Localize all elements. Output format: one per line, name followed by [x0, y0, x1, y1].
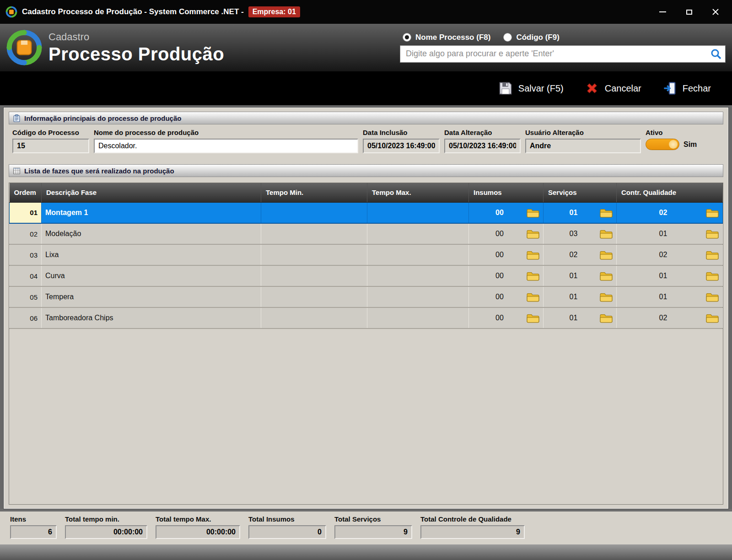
col-header-insumos[interactable]: Insumos: [469, 183, 544, 202]
company-badge: Empresa: 01: [248, 6, 300, 17]
minimize-button[interactable]: [651, 4, 673, 20]
col-header-descricao[interactable]: Descrição Fase: [42, 183, 261, 202]
cancel-button[interactable]: Cancelar: [585, 81, 641, 96]
data-inclusao-input: [363, 139, 440, 153]
cell-contr-qualidade: 02: [617, 244, 723, 265]
radio-nome-processo[interactable]: Nome Processo (F8): [403, 33, 490, 42]
phases-table: Ordem Descrição Fase Tempo Min. Tempo Ma…: [9, 183, 723, 329]
cell-tempo-min: [261, 244, 367, 265]
folder-icon: [600, 271, 613, 281]
cell-ordem: 04: [10, 265, 42, 286]
qualidade-folder-button[interactable]: [706, 292, 719, 302]
table-row[interactable]: 02 Modelação 00 03: [10, 223, 723, 244]
insumos-folder-button[interactable]: [527, 313, 539, 323]
field-nome-processo: Nome do processo de produção: [94, 129, 358, 153]
cell-descricao: Lixa: [42, 244, 261, 265]
folder-icon: [600, 313, 613, 323]
servicos-folder-button[interactable]: [600, 271, 613, 281]
qualidade-folder-button[interactable]: [706, 313, 719, 323]
insumos-folder-button[interactable]: [527, 250, 539, 260]
grid-list-icon: [13, 167, 21, 175]
ativo-toggle[interactable]: [646, 139, 679, 150]
cell-descricao: Curva: [42, 265, 261, 286]
cell-tempo-min: [261, 202, 367, 223]
clipboard-icon: [13, 114, 21, 122]
servicos-folder-button[interactable]: [600, 292, 613, 302]
phases-section-header: Lista de fazes que será realizado na pro…: [9, 164, 723, 177]
totals-footer: Itens 6 Total tempo min. 00:00:00 Total …: [0, 512, 732, 544]
data-alteracao-input: [444, 139, 521, 153]
maximize-icon: [686, 10, 692, 15]
insumos-folder-button[interactable]: [527, 208, 539, 218]
cell-tempo-max: [367, 307, 469, 328]
app-logo-icon: [5, 29, 43, 66]
cell-descricao: Modelação: [42, 223, 261, 244]
folder-icon: [527, 250, 539, 260]
table-row[interactable]: 03 Lixa 00 02: [10, 244, 723, 265]
save-button[interactable]: Salvar (F5): [498, 81, 564, 96]
qualidade-folder-button[interactable]: [706, 250, 719, 260]
minimize-icon: [659, 11, 666, 12]
field-ativo: Ativo Sim: [646, 129, 714, 153]
stat-tempo-max: Total tempo Max. 00:00:00: [156, 515, 240, 539]
cell-insumos: 00: [469, 286, 544, 307]
search-input[interactable]: [400, 45, 726, 63]
table-row[interactable]: 06 Tamboreadora Chips 00 01: [10, 307, 723, 328]
cell-ordem: 01: [10, 202, 42, 223]
servicos-folder-button[interactable]: [600, 250, 613, 260]
table-row[interactable]: 04 Curva 00 01: [10, 265, 723, 286]
cell-servicos: 01: [544, 286, 617, 307]
search-icon[interactable]: [710, 48, 722, 60]
folder-icon: [600, 229, 613, 239]
cell-ordem: 02: [10, 223, 42, 244]
col-header-ordem[interactable]: Ordem: [10, 183, 42, 202]
close-form-button[interactable]: Fechar: [662, 81, 711, 96]
cancel-label: Cancelar: [605, 83, 641, 94]
app-icon: [5, 6, 17, 18]
action-toolbar: Salvar (F5) Cancelar Fechar: [0, 71, 732, 105]
close-button[interactable]: [705, 4, 727, 20]
toggle-knob-icon: [669, 140, 678, 149]
cell-tempo-max: [367, 265, 469, 286]
col-header-contr-qualidade[interactable]: Contr. Qualidade: [617, 183, 723, 202]
phases-table-container: Ordem Descrição Fase Tempo Min. Tempo Ma…: [9, 183, 723, 505]
cell-descricao: Tamboreadora Chips: [42, 307, 261, 328]
radio-circle-icon: [503, 33, 512, 42]
cell-contr-qualidade: 01: [617, 223, 723, 244]
col-header-tempo-min[interactable]: Tempo Min.: [261, 183, 367, 202]
insumos-folder-button[interactable]: [527, 229, 539, 239]
maximize-button[interactable]: [678, 4, 700, 20]
stat-servicos-label: Total Serviços: [334, 515, 412, 523]
qualidade-folder-button[interactable]: [706, 208, 719, 218]
stat-tempo-max-label: Total tempo Max.: [156, 515, 240, 523]
codigo-input[interactable]: [12, 139, 89, 153]
servicos-folder-button[interactable]: [600, 229, 613, 239]
cell-tempo-min: [261, 307, 367, 328]
insumos-folder-button[interactable]: [527, 292, 539, 302]
codigo-label: Código do Processo: [12, 129, 89, 136]
cell-contr-qualidade: 01: [617, 265, 723, 286]
col-header-servicos[interactable]: Serviços: [544, 183, 617, 202]
nome-input[interactable]: [94, 139, 358, 153]
table-row[interactable]: 01 Montagem 1 00 01: [10, 202, 723, 223]
folder-icon: [706, 250, 719, 260]
stat-controle-qualidade-value: 9: [420, 525, 525, 539]
cell-insumos: 00: [469, 223, 544, 244]
cell-contr-qualidade: 02: [617, 307, 723, 328]
servicos-folder-button[interactable]: [600, 313, 613, 323]
col-header-tempo-max[interactable]: Tempo Max.: [367, 183, 469, 202]
cell-tempo-max: [367, 202, 469, 223]
cell-servicos: 01: [544, 307, 617, 328]
cell-insumos: 00: [469, 202, 544, 223]
insumos-folder-button[interactable]: [527, 271, 539, 281]
radio-codigo[interactable]: Código (F9): [503, 33, 559, 42]
cell-tempo-min: [261, 265, 367, 286]
nome-label: Nome do processo de produção: [94, 129, 358, 136]
qualidade-folder-button[interactable]: [706, 229, 719, 239]
table-row[interactable]: 05 Tempera 00 01: [10, 286, 723, 307]
qualidade-folder-button[interactable]: [706, 271, 719, 281]
data-alteracao-label: Data Alteração: [444, 129, 521, 136]
cell-servicos: 01: [544, 265, 617, 286]
servicos-folder-button[interactable]: [600, 208, 613, 218]
usuario-alteracao-label: Usuário Alteração: [525, 129, 641, 136]
